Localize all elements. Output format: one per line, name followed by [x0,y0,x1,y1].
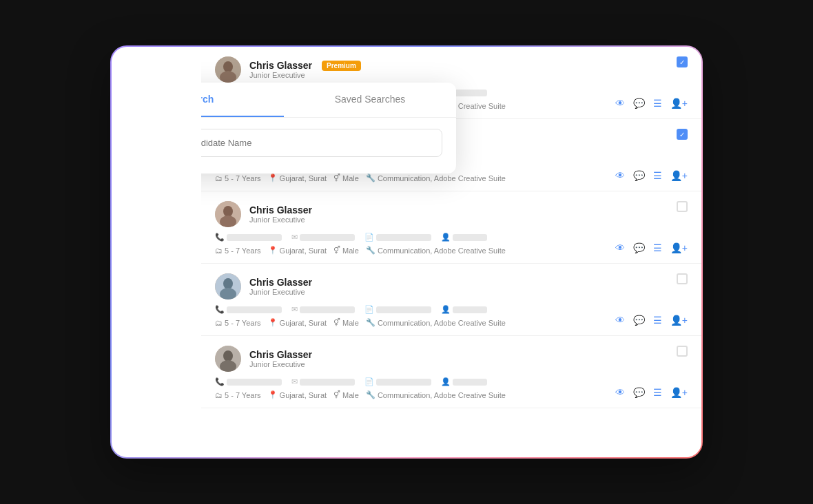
chat-icon[interactable]: 💬 [633,242,645,253]
card-meta-contact: 📞 ✉ 📄 👤 [215,377,688,386]
chat-icon[interactable]: 💬 [633,170,645,181]
card-meta-contact: 📞 ✉ 📄 👤 [215,233,688,242]
avatar [215,346,241,372]
phone-item: 📞 [215,305,282,314]
candidate-title: Junior Executive [249,216,318,224]
file-item: 📄 [364,233,431,242]
table-row: Chris Glasser Junior Executive 📞 ✉ 📄 👤 🗂… [201,191,701,264]
candidate-name: Chris Glasser [249,349,312,360]
candidate-title: Junior Executive [249,360,318,368]
card-actions: 👁 💬 ☰ 👤+ [615,387,688,398]
email-item: ✉ [291,377,355,386]
chat-icon[interactable]: 💬 [633,315,645,326]
svg-point-13 [223,350,233,361]
search-tabs: Search Saved Searches [201,83,456,118]
experience-tag: 🗂 5 - 7 Years [215,246,261,255]
email-item: ✉ [291,233,355,242]
avatar [215,201,241,227]
search-input-wrapper [201,118,456,162]
add-user-icon[interactable]: 👤+ [670,387,688,398]
skills-tag: 🔧 Communication, Adobe Creative Suite [366,174,506,182]
view-icon[interactable]: 👁 [615,98,625,109]
checkbox-area[interactable]: ✓ [677,129,688,140]
skills-tag: 🔧 Communication, Adobe Creative Suite [366,318,506,327]
checkbox-unchecked[interactable] [677,273,688,284]
user-item: 👤 [441,377,487,386]
checkbox-area[interactable]: ✓ [677,56,688,67]
avatar [215,56,241,83]
search-input-container [201,129,442,157]
add-user-icon[interactable]: 👤+ [670,242,688,253]
location-tag: 📍 Gujarat, Surat [268,174,327,182]
candidate-name: Chris Glasser [249,277,312,288]
checkbox-checked[interactable]: ✓ [677,56,688,67]
location-tag: 📍 Gujarat, Surat [268,246,327,255]
gender-tag: ⚥ Male [333,246,359,255]
location-tag: 📍 Gujarat, Surat [268,390,327,399]
checkbox-unchecked[interactable] [677,201,688,212]
list-icon[interactable]: ☰ [653,315,662,326]
svg-point-7 [223,206,233,217]
email-item: ✉ [291,305,355,314]
file-item: 📄 [364,377,431,386]
file-item: 📄 [364,305,431,314]
user-item: 👤 [441,305,487,314]
skills-tag: 🔧 Communication, Adobe Creative Suite [366,246,506,255]
list-icon[interactable]: ☰ [653,387,662,398]
candidate-title: Junior Executive [249,71,361,79]
card-meta-contact: 📞 ✉ 📄 👤 [215,305,688,314]
checkbox-area[interactable] [677,346,688,357]
add-user-icon[interactable]: 👤+ [670,315,688,326]
experience-tag: 🗂 5 - 7 Years [215,391,261,399]
svg-point-10 [223,278,233,289]
add-user-icon[interactable]: 👤+ [670,170,688,181]
phone-item: 📞 [215,233,282,242]
chat-icon[interactable]: 💬 [633,98,645,109]
list-icon[interactable]: ☰ [653,98,662,109]
svg-point-1 [223,61,233,72]
view-icon[interactable]: 👁 [615,315,625,326]
list-icon[interactable]: ☰ [653,242,662,253]
candidate-name: Chris Glasser [249,204,312,216]
gender-tag: ⚥ Male [333,390,359,399]
view-icon[interactable]: 👁 [615,170,625,181]
checkbox-checked[interactable]: ✓ [677,129,688,140]
card-actions: 👁 💬 ☰ 👤+ [615,315,688,326]
candidate-title: Junior Executive [249,288,318,296]
list-icon[interactable]: ☰ [653,170,662,181]
experience-tag: 🗂 5 - 7 Years [215,319,261,327]
table-row: Chris Glasser Junior Executive 📞 ✉ 📄 👤 🗂… [201,264,701,336]
search-panel: Search Saved Searches [201,83,456,174]
chat-icon[interactable]: 💬 [633,387,645,398]
card-actions: 👁 💬 ☰ 👤+ [615,98,688,109]
search-input[interactable] [201,129,442,157]
gender-tag: ⚥ Male [333,174,359,182]
main-panel: Chris Glasser Premium Junior Executive 📞… [201,47,701,457]
premium-badge: Premium [322,61,361,71]
view-icon[interactable]: 👁 [615,387,625,398]
view-icon[interactable]: 👁 [615,242,625,253]
table-row: Chris Glasser Junior Executive 📞 ✉ 📄 👤 🗂… [201,336,701,408]
location-tag: 📍 Gujarat, Surat [268,318,327,327]
tab-search[interactable]: Search [201,83,284,117]
avatar [215,273,241,300]
app-frame: Chris Glasser Premium Junior Executive 📞… [110,45,703,459]
card-actions: 👁 💬 ☰ 👤+ [615,170,688,181]
tab-saved-searches[interactable]: Saved Searches [284,83,456,117]
phone-item: 📞 [215,377,282,386]
add-user-icon[interactable]: 👤+ [670,98,688,109]
card-actions: 👁 💬 ☰ 👤+ [615,242,688,253]
experience-tag: 🗂 5 - 7 Years [215,174,261,182]
user-item: 👤 [441,233,487,242]
skills-tag: 🔧 Communication, Adobe Creative Suite [366,390,506,399]
checkbox-unchecked[interactable] [677,346,688,357]
gender-tag: ⚥ Male [333,318,359,327]
checkbox-area[interactable] [677,273,688,284]
candidate-name: Chris Glasser [249,60,312,71]
checkbox-area[interactable] [677,201,688,212]
